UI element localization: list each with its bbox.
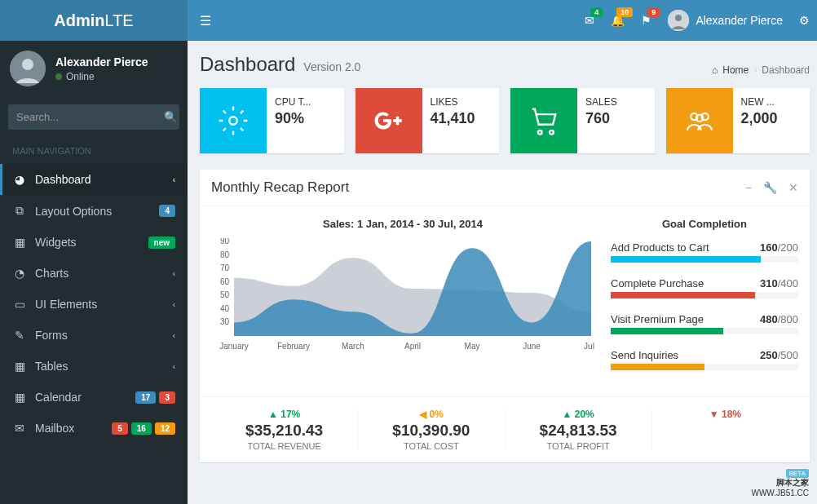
svg-text:80: 80 (220, 250, 230, 259)
sidebar-item-dashboard[interactable]: ◕ Dashboard ‹ (0, 164, 188, 195)
info-box-new: NEW ... 2,000 (666, 88, 810, 153)
page-title: Dashboard (200, 53, 295, 75)
badge: 12 (155, 422, 175, 435)
recap-box: Monthly Recap Report − 🔧 ✕ Sales: 1 Jan,… (200, 170, 810, 462)
sidebar-item-tables[interactable]: ▦ Tables ‹ (0, 351, 188, 382)
sidebar-item-widgets[interactable]: ▦ Widgets new (0, 227, 188, 258)
close-icon: ✕ (788, 181, 798, 194)
badge: 17 (135, 391, 156, 404)
nav-header: MAIN NAVIGATION (0, 138, 188, 164)
sidebar-item-forms[interactable]: ✎ Forms ‹ (0, 320, 188, 351)
hamburger-icon[interactable]: ☰ (200, 13, 211, 29)
collapse-button[interactable]: − (745, 181, 752, 194)
calendar-icon: ▦ (12, 391, 27, 404)
gears-icon: ⚙ (799, 14, 810, 27)
info-label: LIKES (431, 96, 492, 108)
goals-title: Goal Completion (611, 218, 798, 230)
badge: 5 (112, 422, 128, 435)
info-box-cpu: CPU T... 90% (200, 88, 344, 153)
edit-icon: ✎ (12, 329, 27, 342)
svg-text:July: July (584, 342, 594, 351)
caret-up-icon: ▲ (563, 409, 575, 420)
page-subtitle: Version 2.0 (303, 60, 360, 73)
chevron-left-icon: ‹ (173, 269, 175, 278)
goal-item: Complete Purchase310/400 (611, 277, 798, 298)
svg-text:April: April (404, 342, 421, 351)
goal-item: Add Products to Cart160/200 (611, 241, 798, 263)
stat-goal: ▼ 18% (652, 409, 798, 451)
user-name: Alexander Pierce (55, 55, 148, 69)
mail-button[interactable]: ✉ 4 (585, 14, 594, 27)
breadcrumb: ⌂ Home › Dashboard (712, 64, 810, 76)
goal-item: Send Inquiries250/500 (611, 349, 798, 370)
info-box-sales: SALES 760 (510, 88, 655, 153)
status-dot-icon (55, 73, 62, 80)
pie-icon: ◔ (12, 267, 27, 280)
svg-text:60: 60 (220, 277, 230, 286)
svg-point-6 (550, 130, 554, 135)
goal-item: Visit Premium Page480/800 (611, 313, 798, 334)
notifications-button[interactable]: 🔔 10 (611, 14, 625, 27)
caret-up-icon: ▲ (268, 409, 280, 420)
navbar-user-name: Alexander Pierce (696, 14, 783, 27)
grid-icon: ▦ (12, 236, 27, 249)
people-icon (666, 88, 733, 153)
top-navbar: ☰ ✉ 4 🔔 10 ⚑ 9 Al (188, 0, 817, 41)
badge: 3 (159, 391, 175, 404)
avatar (10, 51, 46, 86)
mail-icon: ✉ (12, 422, 27, 435)
svg-point-5 (538, 130, 542, 135)
search-icon: 🔍 (164, 111, 178, 123)
chevron-left-icon: ‹ (173, 362, 175, 371)
info-label: CPU T... (275, 96, 336, 108)
search-button[interactable]: 🔍 (161, 104, 179, 130)
user-status: Online (55, 71, 148, 82)
info-value: 2,000 (741, 110, 802, 127)
sidebar-item-ui[interactable]: ▭ UI Elements ‹ (0, 289, 188, 320)
logo[interactable]: AdminLTE (0, 0, 188, 41)
badge: 4 (590, 7, 603, 17)
breadcrumb-home[interactable]: Home (722, 64, 749, 76)
badge: 16 (131, 422, 152, 435)
svg-text:50: 50 (220, 290, 230, 299)
settings-button[interactable]: 🔧 (763, 181, 777, 194)
stat-profit: ▲ 20% $24,813.53 TOTAL PROFIT (506, 409, 652, 451)
sidebar-item-mailbox[interactable]: ✉ Mailbox 5 16 12 (0, 413, 188, 444)
wrench-icon: 🔧 (763, 181, 777, 194)
box-title: Monthly Recap Report (211, 179, 349, 196)
sidebar-item-layout[interactable]: ⧉ Layout Options 4 (0, 195, 188, 227)
sidebar-item-charts[interactable]: ◔ Charts ‹ (0, 258, 188, 289)
user-panel: Alexander Pierce Online (0, 41, 188, 96)
search-input[interactable] (8, 104, 161, 130)
sales-chart: 30405060708090JanuaryFebruaryMarchAprilM… (211, 238, 594, 352)
home-icon: ⌂ (712, 64, 718, 76)
breadcrumb-current: Dashboard (762, 64, 810, 76)
caret-left-icon: ◀ (419, 409, 429, 420)
google-plus-icon (356, 88, 422, 153)
svg-text:30: 30 (220, 317, 230, 326)
badge: new (148, 237, 175, 249)
stat-revenue: ▲ 17% $35,210.43 TOTAL REVENUE (211, 409, 358, 451)
svg-point-1 (22, 59, 33, 70)
svg-text:May: May (465, 342, 480, 351)
close-button[interactable]: ✕ (788, 181, 798, 194)
table-icon: ▦ (12, 360, 27, 373)
svg-text:90: 90 (220, 238, 230, 245)
svg-point-4 (229, 117, 237, 125)
badge: 4 (159, 205, 175, 217)
stat-cost: ◀ 0% $10,390.90 TOTAL COST (358, 409, 505, 451)
tasks-button[interactable]: ⚑ 9 (641, 14, 651, 27)
laptop-icon: ▭ (12, 298, 27, 311)
svg-text:March: March (342, 342, 364, 351)
sidebar-item-calendar[interactable]: ▦ Calendar 17 3 (0, 382, 188, 413)
minus-icon: − (745, 181, 752, 194)
chevron-left-icon: ‹ (173, 331, 175, 340)
svg-text:February: February (277, 342, 310, 351)
avatar (668, 10, 689, 31)
info-label: NEW ... (741, 96, 802, 108)
navbar-user[interactable]: Alexander Pierce (668, 10, 783, 31)
settings-button[interactable]: ⚙ (799, 14, 810, 27)
info-value: 90% (275, 110, 336, 127)
cart-icon (510, 88, 577, 153)
svg-text:70: 70 (220, 263, 230, 272)
